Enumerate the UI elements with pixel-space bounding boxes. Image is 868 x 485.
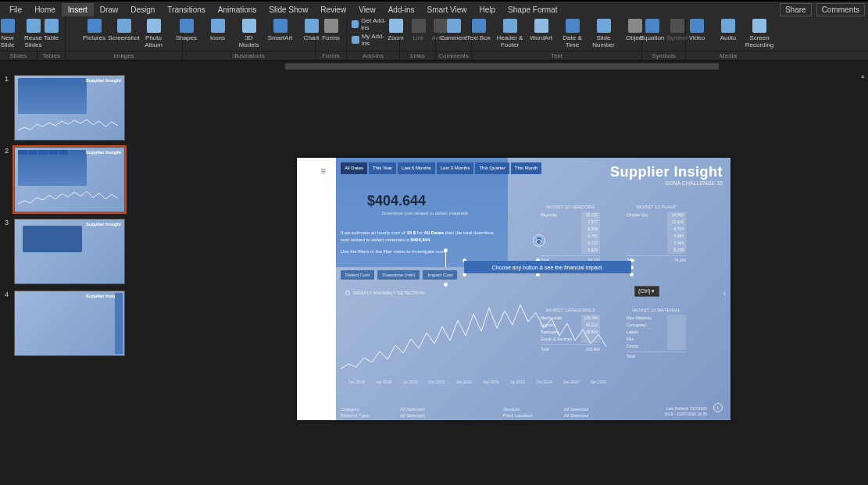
smartart-button[interactable]: SmartArt — [266, 19, 295, 41]
thumb-number: 3 — [5, 219, 11, 284]
header-footer-button[interactable]: Header & Footer — [496, 19, 524, 48]
ribbon: New Slide Reuse Slides Table Pictures Sc… — [0, 17, 868, 52]
link-button[interactable]: Link — [410, 19, 427, 41]
menu-tab-view[interactable]: View — [352, 3, 382, 16]
menu-bar: FileHomeInsertDrawDesignTransitionsAnima… — [0, 2, 868, 17]
impact-cost-button[interactable]: Impact Cost — [423, 270, 457, 280]
thumb-number: 1 — [5, 75, 11, 141]
menu-tab-file[interactable]: File — [3, 3, 28, 16]
screenshot-button[interactable]: Screenshot — [111, 19, 138, 41]
slide[interactable]: ≡ All DatesThis YearLast 6 MonthsLast 3 … — [297, 158, 730, 420]
textbox-button[interactable]: Text Box — [465, 19, 493, 41]
table-button[interactable]: Table — [38, 19, 65, 41]
selection-handle[interactable] — [444, 283, 448, 287]
plant-card: WORST 10 PLANTCharles City14,06012,6298,… — [627, 205, 686, 262]
vertical-scrollbar[interactable]: ▴ — [857, 72, 868, 485]
new-slide-button[interactable]: New Slide — [0, 19, 21, 48]
filter-tab[interactable]: This Month — [511, 162, 542, 174]
callout-shape[interactable]: Choose any button & see the financial im… — [464, 261, 631, 273]
share-button[interactable]: Share — [780, 3, 812, 16]
menu-tab-help[interactable]: Help — [473, 3, 502, 16]
zoom-button[interactable]: Zoom — [385, 19, 407, 41]
categories-card: WORST CATEGORIESMechanicals119,704Logist… — [541, 308, 600, 351]
filter-tab[interactable]: All Dates — [341, 162, 367, 174]
menu-tab-draw[interactable]: Draw — [94, 3, 124, 16]
photo-album-button[interactable]: Photo Album — [141, 19, 167, 48]
paste-options-button[interactable]: (Ctrl) ▾ — [634, 286, 659, 297]
slide-number-button[interactable]: Slide Number — [590, 19, 618, 48]
filter-tab[interactable]: This Quarter — [475, 162, 509, 174]
vendors-card: WORST 10 VENDORSReynoldo15,1207,9776,948… — [541, 205, 600, 262]
filter-tab[interactable]: Last 3 Months — [437, 162, 474, 174]
downtime-button[interactable]: Downtime (min) — [377, 270, 420, 280]
ribbon-group-labels: Slides Tables Images Illustrations Forms… — [0, 52, 868, 61]
icons-button[interactable]: Icons — [204, 19, 232, 41]
3d-models-button[interactable]: 3D Models — [235, 19, 263, 48]
menu-tab-home[interactable]: Home — [28, 3, 62, 16]
symbol-button[interactable]: Symbol — [667, 19, 688, 41]
audio-button[interactable]: Audio — [714, 19, 742, 41]
headline-value: $404.644 — [367, 193, 426, 209]
wordart-button[interactable]: WordArt — [527, 19, 555, 41]
collapse-arrow-icon[interactable]: ‹ — [723, 289, 726, 298]
material-card: WORST 10 MATERIALRaw MaterialsCorrugated… — [627, 308, 686, 358]
filter-tab[interactable]: Last 6 Months — [398, 162, 435, 174]
pictures-button[interactable]: Pictures — [81, 19, 108, 41]
slide-thumbnail-1[interactable]: Supplier Insight — [14, 75, 125, 141]
shapes-button[interactable]: Shapes — [173, 19, 201, 41]
description-text: If we estimate an hourly cost of 15 $ fo… — [341, 230, 502, 244]
menu-tab-transitions[interactable]: Transitions — [161, 3, 212, 16]
vertical-ruler — [133, 72, 144, 485]
slide-thumbnail-3[interactable]: Supplier Insight — [14, 219, 125, 284]
menu-tab-shape-format[interactable]: Shape Format — [502, 3, 563, 16]
selection-handle[interactable] — [444, 248, 448, 252]
screen-recording-button[interactable]: Screen Recording — [745, 19, 773, 48]
comments-label: Comments — [822, 5, 859, 14]
slide-footer: CategoryMaterial Type All SelectedAll Se… — [341, 406, 588, 419]
menu-tab-animations[interactable]: Animations — [212, 3, 263, 16]
slide-thumbnail-2[interactable]: Supplier Insight — [14, 147, 125, 212]
share-label: Share — [785, 5, 806, 14]
scroll-up-icon[interactable]: ▴ — [857, 72, 868, 81]
cursor-icon — [302, 301, 307, 308]
action-button[interactable]: Action — [430, 19, 451, 41]
weekly-label: WEEKLY ANOMALY DETECTION — [345, 291, 424, 295]
info-icon[interactable]: i — [713, 403, 723, 412]
menu-tab-review[interactable]: Review — [314, 3, 352, 16]
forms-button[interactable]: Forms — [318, 19, 345, 41]
chart-x-labels: Jan 2018Apr 2018Jul 2018Oct 2018Jan 2019… — [348, 380, 606, 384]
rotation-handle[interactable] — [536, 239, 541, 244]
menu-tab-smart-view[interactable]: Smart View — [421, 3, 473, 16]
comments-button[interactable]: Comments — [816, 3, 865, 16]
slide-thumbnail-4[interactable]: Supplier Insight — [14, 291, 125, 356]
menu-tab-design[interactable]: Design — [124, 3, 161, 16]
menu-tab-add-ins[interactable]: Add-ins — [382, 3, 421, 16]
hamburger-icon[interactable]: ≡ — [320, 166, 326, 177]
equation-button[interactable]: Equation — [641, 19, 664, 41]
filter-tab[interactable]: This Year — [369, 162, 396, 174]
menu-tab-insert[interactable]: Insert — [62, 3, 94, 16]
slide-footer-right: Last Refresh 12/7/20202018 - 31/07/2020 … — [665, 406, 708, 417]
thumb-number: 4 — [5, 291, 11, 356]
slide-thumbnail-panel[interactable]: 1 Supplier Insight 2 Supplier Insight 3 … — [0, 72, 133, 485]
defect-cost-button[interactable]: Defect Cost — [341, 270, 374, 280]
menu-tab-slide-show[interactable]: Slide Show — [263, 3, 314, 16]
date-time-button[interactable]: Date & Time — [559, 19, 587, 48]
slide-title: Supplier Insight EDNA CHALLENGE 10 — [610, 164, 723, 186]
headline-subtitle: Downtime cost related to defect material… — [355, 211, 495, 216]
thumb-number: 2 — [5, 147, 11, 212]
description-text-2: Use the filters in the filter menu to in… — [341, 248, 446, 255]
slide-canvas[interactable]: ≡ All DatesThis YearLast 6 MonthsLast 3 … — [144, 72, 868, 485]
horizontal-ruler — [0, 61, 868, 72]
